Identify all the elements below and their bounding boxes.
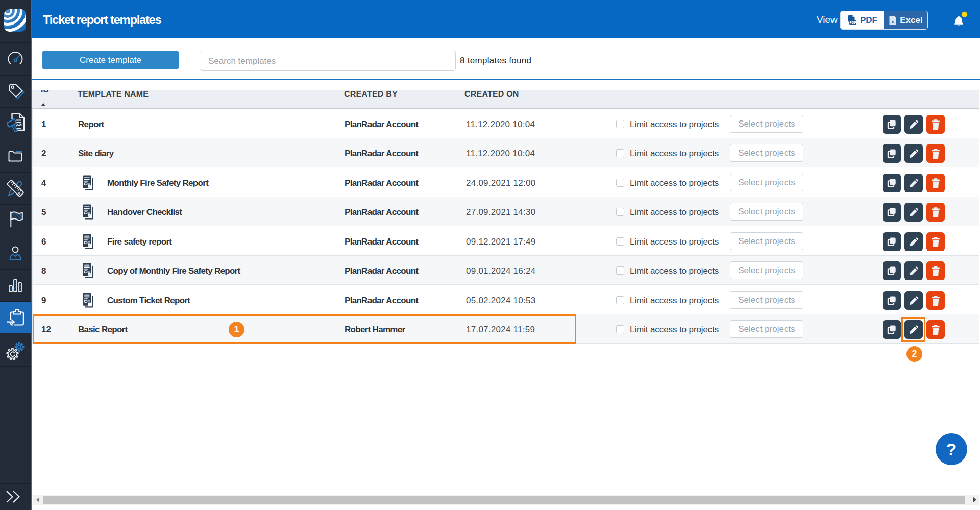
- svg-text:PDF: PDF: [850, 21, 856, 25]
- svg-text:x: x: [892, 19, 894, 24]
